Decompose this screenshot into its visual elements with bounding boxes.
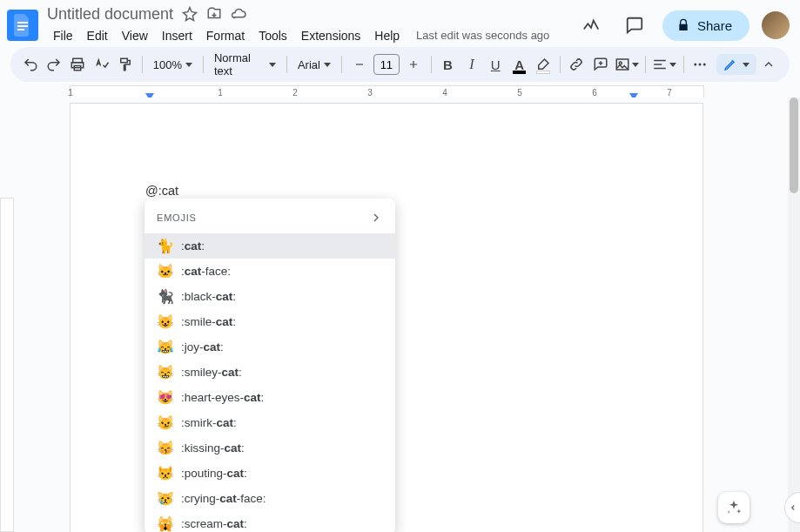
move-icon[interactable]	[206, 6, 222, 22]
menu-extensions[interactable]: Extensions	[295, 25, 366, 46]
separator	[142, 56, 143, 73]
menu-tools[interactable]: Tools	[252, 25, 293, 46]
ruler-tick: 2	[292, 88, 298, 98]
caret-icon	[669, 63, 676, 67]
text-color-button[interactable]: A	[508, 52, 530, 77]
ruler-tick: 1	[218, 88, 223, 98]
highlight-color-button[interactable]	[532, 52, 554, 77]
star-icon[interactable]	[182, 6, 198, 22]
separator	[286, 56, 287, 73]
svg-point-10	[703, 64, 706, 66]
typed-prefix: @	[145, 184, 158, 198]
emoji-code: :joy-cat:	[181, 340, 224, 354]
typed-query: :cat	[158, 184, 178, 198]
editing-mode-button[interactable]	[716, 54, 756, 75]
separator	[645, 56, 646, 73]
emoji-item[interactable]: 🐱:cat-face:	[145, 259, 395, 284]
decrease-font-size-button[interactable]	[347, 52, 372, 77]
underline-button[interactable]: U	[485, 52, 507, 77]
emoji-code: :heart-eyes-cat:	[181, 391, 264, 404]
emoji-item[interactable]: 🐈:cat:	[145, 233, 395, 259]
add-comment-button[interactable]	[589, 52, 611, 77]
caret-icon	[743, 63, 750, 67]
emoji-code: :smile-cat:	[181, 315, 236, 328]
menu-file[interactable]: File	[47, 25, 79, 46]
ruler-tick: 6	[592, 88, 597, 98]
zoom-select[interactable]: 100%	[148, 52, 198, 77]
separator	[431, 56, 432, 73]
doc-title[interactable]: Untitled document	[47, 5, 173, 24]
paint-format-button[interactable]	[115, 52, 137, 77]
insert-image-button[interactable]	[613, 52, 640, 77]
font-size-input[interactable]	[373, 54, 400, 75]
bold-button[interactable]: B	[437, 52, 459, 77]
emoji-item[interactable]: 😾:pouting-cat:	[145, 461, 395, 486]
emoji-code: :crying-cat-face:	[181, 492, 266, 505]
align-button[interactable]	[651, 52, 678, 77]
cloud-status-icon[interactable]	[231, 6, 246, 22]
svg-rect-1	[17, 25, 28, 27]
emoji-item[interactable]: 😹:joy-cat:	[145, 334, 395, 360]
svg-point-7	[619, 62, 622, 64]
more-tools-button[interactable]	[689, 52, 711, 77]
emoji-item[interactable]: 😺:smile-cat:	[145, 309, 395, 334]
emoji-item[interactable]: 🙀:scream-cat:	[145, 511, 395, 532]
vertical-ruler[interactable]	[0, 198, 14, 532]
increase-font-size-button[interactable]	[401, 52, 426, 77]
emoji-item[interactable]: 😻:heart-eyes-cat:	[145, 385, 395, 410]
italic-button[interactable]: I	[461, 52, 482, 77]
last-edit-text[interactable]: Last edit was seconds ago	[416, 29, 549, 42]
svg-point-8	[695, 64, 697, 66]
font-family-select[interactable]: Arial	[292, 52, 336, 77]
emoji-suggestion-popup: EMOJIS 🐈:cat:🐱:cat-face:🐈‍⬛:black-cat:😺:…	[145, 199, 395, 532]
emoji-code: :smiley-cat:	[181, 366, 242, 379]
emoji-item[interactable]: 😽:kissing-cat:	[145, 435, 395, 461]
font-family-value: Arial	[298, 58, 320, 71]
zoom-value: 100%	[153, 58, 182, 71]
emoji-glyph: 😻	[157, 389, 172, 406]
insert-link-button[interactable]	[566, 52, 588, 77]
emoji-code: :scream-cat:	[181, 517, 247, 530]
scrollbar-thumb[interactable]	[790, 98, 798, 193]
menu-insert[interactable]: Insert	[156, 25, 198, 46]
collapse-toolbar-button[interactable]	[756, 52, 781, 77]
spellcheck-button[interactable]	[91, 52, 112, 77]
explore-button[interactable]	[718, 492, 750, 523]
docs-logo[interactable]	[7, 10, 38, 41]
emoji-glyph: 😿	[157, 490, 172, 507]
share-button[interactable]: Share	[662, 10, 750, 41]
paragraph-style-value: Normal text	[214, 51, 266, 77]
caret-icon	[269, 63, 276, 67]
emoji-code: :smirk-cat:	[181, 416, 237, 429]
paragraph-style-select[interactable]: Normal text	[209, 52, 281, 77]
emoji-item[interactable]: 😸:smiley-cat:	[145, 360, 395, 385]
comments-icon[interactable]	[619, 10, 650, 41]
menu-edit[interactable]: Edit	[81, 25, 114, 46]
emoji-list[interactable]: 🐈:cat:🐱:cat-face:🐈‍⬛:black-cat:😺:smile-c…	[145, 233, 395, 532]
menu-view[interactable]: View	[116, 25, 154, 46]
emoji-item[interactable]: 😼:smirk-cat:	[145, 410, 395, 435]
emoji-glyph: 🐱	[157, 263, 172, 279]
print-button[interactable]	[67, 52, 89, 77]
menu-help[interactable]: Help	[368, 25, 406, 46]
menu-format[interactable]: Format	[200, 25, 251, 46]
chevron-right-icon[interactable]	[369, 211, 383, 225]
caret-icon	[185, 63, 192, 67]
ruler-tick: 7	[667, 88, 672, 98]
undo-button[interactable]	[19, 52, 41, 77]
avatar[interactable]	[762, 11, 790, 39]
document-text[interactable]: @:cat	[145, 184, 178, 198]
emoji-item[interactable]: 🐈‍⬛:black-cat:	[145, 284, 395, 309]
emoji-item[interactable]: 😿:crying-cat-face:	[145, 486, 395, 511]
emoji-glyph: 🐈‍⬛	[157, 288, 172, 305]
separator	[341, 56, 342, 73]
redo-button[interactable]	[43, 52, 64, 77]
activity-icon[interactable]	[575, 10, 607, 41]
pencil-icon	[723, 57, 737, 71]
toolbar: 100% Normal text Arial B I U A	[10, 47, 790, 82]
vertical-scrollbar[interactable]	[788, 98, 800, 532]
emoji-glyph: 😸	[157, 364, 172, 380]
emoji-code: :pouting-cat:	[181, 467, 247, 480]
emoji-glyph: 🙀	[157, 515, 172, 532]
separator	[560, 56, 561, 73]
